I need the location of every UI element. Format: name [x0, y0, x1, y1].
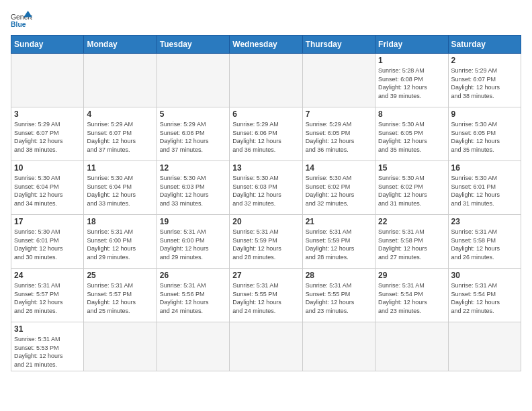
calendar-week-row: 3Sunrise: 5:29 AM Sunset: 6:07 PM Daylig…: [11, 107, 521, 161]
calendar-cell: [157, 322, 229, 371]
day-number: 19: [160, 217, 226, 226]
day-info: Sunrise: 5:29 AM Sunset: 6:06 PM Dayligh…: [160, 120, 226, 154]
day-number: 20: [232, 217, 299, 226]
calendar-cell: [448, 322, 521, 371]
day-info: Sunrise: 5:31 AM Sunset: 5:58 PM Dayligh…: [451, 228, 518, 261]
calendar-cell: 28Sunrise: 5:31 AM Sunset: 5:55 PM Dayli…: [302, 269, 375, 322]
calendar-cell: [375, 322, 448, 371]
calendar-cell: 7Sunrise: 5:29 AM Sunset: 6:05 PM Daylig…: [302, 107, 375, 161]
header: General Blue: [11, 11, 521, 30]
day-number: 18: [87, 217, 153, 226]
day-info: Sunrise: 5:31 AM Sunset: 5:57 PM Dayligh…: [14, 281, 81, 315]
calendar-cell: [302, 54, 375, 107]
day-info: Sunrise: 5:30 AM Sunset: 6:05 PM Dayligh…: [378, 120, 445, 154]
day-info: Sunrise: 5:31 AM Sunset: 6:00 PM Dayligh…: [87, 228, 153, 261]
weekday-header-monday: Monday: [84, 36, 157, 54]
day-number: 7: [306, 109, 372, 119]
day-info: Sunrise: 5:31 AM Sunset: 5:54 PM Dayligh…: [378, 281, 445, 315]
day-number: 8: [378, 109, 445, 119]
calendar-cell: 14Sunrise: 5:30 AM Sunset: 6:02 PM Dayli…: [302, 161, 375, 215]
calendar-cell: 19Sunrise: 5:31 AM Sunset: 6:00 PM Dayli…: [157, 215, 229, 269]
calendar-week-row: 17Sunrise: 5:30 AM Sunset: 6:01 PM Dayli…: [11, 215, 521, 269]
day-number: 31: [14, 324, 81, 334]
calendar-cell: [84, 54, 157, 107]
calendar-cell: 5Sunrise: 5:29 AM Sunset: 6:06 PM Daylig…: [157, 107, 229, 161]
day-info: Sunrise: 5:30 AM Sunset: 6:04 PM Dayligh…: [87, 174, 153, 208]
day-info: Sunrise: 5:28 AM Sunset: 6:08 PM Dayligh…: [378, 66, 445, 100]
calendar-cell: 27Sunrise: 5:31 AM Sunset: 5:55 PM Dayli…: [230, 269, 302, 322]
calendar-week-row: 24Sunrise: 5:31 AM Sunset: 5:57 PM Dayli…: [11, 269, 521, 322]
day-number: 24: [14, 271, 81, 280]
day-info: Sunrise: 5:30 AM Sunset: 6:05 PM Dayligh…: [451, 120, 518, 154]
calendar-cell: 26Sunrise: 5:31 AM Sunset: 5:56 PM Dayli…: [157, 269, 229, 322]
calendar-cell: [230, 54, 302, 107]
day-info: Sunrise: 5:29 AM Sunset: 6:07 PM Dayligh…: [451, 66, 518, 100]
calendar-cell: 1Sunrise: 5:28 AM Sunset: 6:08 PM Daylig…: [375, 54, 448, 107]
day-number: 6: [232, 109, 299, 119]
calendar-cell: [84, 322, 157, 371]
calendar-cell: 21Sunrise: 5:31 AM Sunset: 5:59 PM Dayli…: [302, 215, 375, 269]
day-number: 11: [87, 163, 153, 173]
calendar-week-row: 31Sunrise: 5:31 AM Sunset: 5:53 PM Dayli…: [11, 322, 521, 371]
day-number: 28: [306, 271, 372, 280]
weekday-header-tuesday: Tuesday: [157, 36, 229, 54]
day-number: 13: [232, 163, 299, 173]
generalblue-logo-icon: General Blue: [11, 11, 32, 30]
weekday-header-row: SundayMondayTuesdayWednesdayThursdayFrid…: [11, 36, 521, 54]
day-number: 17: [14, 217, 81, 226]
day-info: Sunrise: 5:29 AM Sunset: 6:07 PM Dayligh…: [14, 120, 81, 154]
day-info: Sunrise: 5:31 AM Sunset: 5:56 PM Dayligh…: [160, 281, 226, 315]
day-number: 4: [87, 109, 153, 119]
day-info: Sunrise: 5:30 AM Sunset: 6:03 PM Dayligh…: [160, 174, 226, 208]
day-info: Sunrise: 5:31 AM Sunset: 5:59 PM Dayligh…: [232, 228, 299, 261]
calendar-cell: [230, 322, 302, 371]
day-info: Sunrise: 5:29 AM Sunset: 6:05 PM Dayligh…: [306, 120, 372, 154]
day-number: 9: [451, 109, 518, 119]
calendar-cell: 8Sunrise: 5:30 AM Sunset: 6:05 PM Daylig…: [375, 107, 448, 161]
weekday-header-wednesday: Wednesday: [230, 36, 302, 54]
weekday-header-saturday: Saturday: [448, 36, 521, 54]
day-number: 29: [378, 271, 445, 280]
calendar-cell: 24Sunrise: 5:31 AM Sunset: 5:57 PM Dayli…: [11, 269, 84, 322]
calendar-cell: 31Sunrise: 5:31 AM Sunset: 5:53 PM Dayli…: [11, 322, 84, 371]
day-number: 27: [232, 271, 299, 280]
day-info: Sunrise: 5:31 AM Sunset: 5:53 PM Dayligh…: [14, 335, 81, 369]
day-number: 25: [87, 271, 153, 280]
day-number: 21: [306, 217, 372, 226]
day-number: 22: [378, 217, 445, 226]
logo: General Blue: [11, 11, 32, 30]
calendar-cell: 12Sunrise: 5:30 AM Sunset: 6:03 PM Dayli…: [157, 161, 229, 215]
day-info: Sunrise: 5:31 AM Sunset: 5:55 PM Dayligh…: [306, 281, 372, 315]
weekday-header-sunday: Sunday: [11, 36, 84, 54]
day-info: Sunrise: 5:31 AM Sunset: 5:54 PM Dayligh…: [451, 281, 518, 315]
day-info: Sunrise: 5:29 AM Sunset: 6:06 PM Dayligh…: [232, 120, 299, 154]
day-number: 26: [160, 271, 226, 280]
day-info: Sunrise: 5:31 AM Sunset: 5:55 PM Dayligh…: [232, 281, 299, 315]
weekday-header-thursday: Thursday: [302, 36, 375, 54]
calendar-cell: 10Sunrise: 5:30 AM Sunset: 6:04 PM Dayli…: [11, 161, 84, 215]
calendar-cell: 20Sunrise: 5:31 AM Sunset: 5:59 PM Dayli…: [230, 215, 302, 269]
calendar-cell: 9Sunrise: 5:30 AM Sunset: 6:05 PM Daylig…: [448, 107, 521, 161]
calendar-cell: 15Sunrise: 5:30 AM Sunset: 6:02 PM Dayli…: [375, 161, 448, 215]
day-info: Sunrise: 5:30 AM Sunset: 6:03 PM Dayligh…: [232, 174, 299, 208]
day-number: 23: [451, 217, 518, 226]
day-number: 1: [378, 56, 445, 65]
calendar-table: SundayMondayTuesdayWednesdayThursdayFrid…: [11, 35, 521, 371]
weekday-header-friday: Friday: [375, 36, 448, 54]
day-number: 3: [14, 109, 81, 119]
calendar-week-row: 1Sunrise: 5:28 AM Sunset: 6:08 PM Daylig…: [11, 54, 521, 107]
day-number: 12: [160, 163, 226, 173]
calendar-cell: 17Sunrise: 5:30 AM Sunset: 6:01 PM Dayli…: [11, 215, 84, 269]
day-info: Sunrise: 5:30 AM Sunset: 6:02 PM Dayligh…: [378, 174, 445, 208]
day-number: 14: [306, 163, 372, 173]
calendar-week-row: 10Sunrise: 5:30 AM Sunset: 6:04 PM Dayli…: [11, 161, 521, 215]
day-info: Sunrise: 5:30 AM Sunset: 6:01 PM Dayligh…: [451, 174, 518, 208]
calendar-cell: 4Sunrise: 5:29 AM Sunset: 6:07 PM Daylig…: [84, 107, 157, 161]
day-info: Sunrise: 5:31 AM Sunset: 5:59 PM Dayligh…: [306, 228, 372, 261]
day-info: Sunrise: 5:30 AM Sunset: 6:01 PM Dayligh…: [14, 228, 81, 261]
svg-text:Blue: Blue: [11, 21, 26, 28]
calendar-cell: 22Sunrise: 5:31 AM Sunset: 5:58 PM Dayli…: [375, 215, 448, 269]
calendar-cell: 6Sunrise: 5:29 AM Sunset: 6:06 PM Daylig…: [230, 107, 302, 161]
calendar-cell: [11, 54, 84, 107]
day-number: 10: [14, 163, 81, 173]
